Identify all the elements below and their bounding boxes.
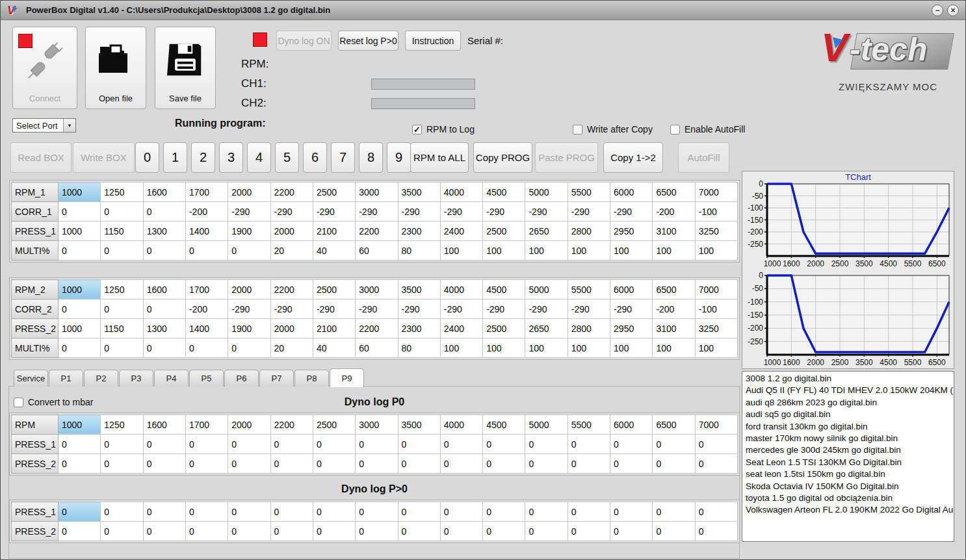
table-cell[interactable]: -290	[610, 299, 653, 319]
table-cell[interactable]: 0	[143, 502, 185, 522]
table-cell[interactable]: 0	[59, 435, 101, 454]
table-cell[interactable]: -290	[270, 299, 313, 319]
table-cell[interactable]: 0	[101, 454, 143, 474]
table-cell[interactable]: -200	[653, 299, 695, 319]
table-cell[interactable]: 2650	[525, 222, 568, 241]
table-cell[interactable]: 2300	[398, 222, 440, 241]
table-cell[interactable]: 2000	[270, 319, 313, 338]
file-list-item[interactable]: Skoda Octavia IV 150KM Go Digital.bin	[746, 481, 954, 492]
table-cell[interactable]: 1000	[59, 280, 101, 299]
digit-button-3[interactable]: 3	[219, 142, 243, 173]
file-list-item[interactable]: 3008 1.2 go digital.bin	[746, 373, 954, 385]
table-cell[interactable]: 2000	[270, 222, 313, 241]
table-cell[interactable]: 2400	[440, 319, 482, 338]
table-cell[interactable]: 6500	[653, 415, 695, 435]
table-cell[interactable]: 100	[653, 241, 695, 261]
table-cell[interactable]: -290	[313, 202, 355, 222]
rpm-to-all-button[interactable]: RPM to ALL	[410, 142, 469, 173]
table-cell[interactable]: 0	[483, 454, 525, 474]
table-cell[interactable]: 1250	[101, 183, 143, 202]
table-cell[interactable]: 0	[101, 202, 143, 222]
table-cell[interactable]: 4500	[483, 183, 525, 202]
table-cell[interactable]: 0	[440, 522, 482, 541]
digit-button-5[interactable]: 5	[275, 142, 299, 173]
table-cell[interactable]: 60	[356, 241, 398, 261]
table-cell[interactable]: 7000	[695, 415, 737, 435]
open-file-button[interactable]: Open file	[85, 27, 146, 109]
table-cell[interactable]: 0	[610, 454, 653, 474]
copy-prog-button[interactable]: Copy PROG	[473, 142, 532, 173]
table-cell[interactable]: 100	[568, 241, 610, 261]
table-cell[interactable]: 0	[270, 522, 313, 541]
save-file-button[interactable]: Save file	[155, 27, 216, 109]
file-list-item[interactable]: audi sq5 go digital.bin	[746, 409, 954, 420]
table-cell[interactable]: 0	[356, 522, 398, 541]
table-cell[interactable]: 2800	[568, 222, 610, 241]
table-cell[interactable]: 0	[653, 435, 695, 454]
table-cell[interactable]: 3250	[695, 319, 737, 338]
digit-button-2[interactable]: 2	[191, 142, 215, 173]
table-cell[interactable]: 2000	[228, 280, 270, 299]
table-cell[interactable]: 20	[270, 241, 313, 261]
table-cell[interactable]: 0	[653, 502, 695, 522]
table-cell[interactable]: 100	[610, 241, 653, 261]
table-cell[interactable]: -290	[440, 299, 482, 319]
table-cell[interactable]: 2000	[228, 183, 270, 202]
table-cell[interactable]: 100	[483, 241, 525, 261]
table-cell[interactable]: 2400	[440, 222, 482, 241]
table-cell[interactable]: 40	[313, 241, 355, 261]
table-cell[interactable]: 100	[440, 338, 482, 358]
table-cell[interactable]: 100	[695, 241, 737, 261]
table-cell[interactable]: 0	[568, 435, 610, 454]
table-cell[interactable]: 1300	[143, 222, 185, 241]
digit-button-9[interactable]: 9	[387, 142, 411, 173]
table-cell[interactable]: 3500	[398, 280, 440, 299]
table-cell[interactable]: 1700	[185, 280, 228, 299]
table-cell[interactable]: 0	[143, 435, 185, 454]
digit-button-4[interactable]: 4	[247, 142, 271, 173]
table-cell[interactable]: 0	[568, 502, 610, 522]
table-cell[interactable]: 1000	[59, 319, 101, 338]
table-cell[interactable]: 0	[270, 502, 313, 522]
digit-button-7[interactable]: 7	[331, 142, 355, 173]
table-cell[interactable]: 0	[101, 502, 143, 522]
table-cell[interactable]: 20	[270, 338, 313, 358]
table-cell[interactable]: 0	[185, 241, 228, 261]
table-cell[interactable]: 1300	[143, 319, 185, 338]
table-cell[interactable]: 4500	[483, 415, 525, 435]
table-cell[interactable]: 0	[59, 338, 101, 358]
table-cell[interactable]: 6500	[653, 280, 695, 299]
table-cell[interactable]: 0	[185, 435, 228, 454]
table-cell[interactable]: 0	[440, 435, 482, 454]
table-cell[interactable]: 0	[483, 502, 525, 522]
table-cell[interactable]: 1600	[143, 280, 185, 299]
table-cell[interactable]: 2200	[270, 415, 313, 435]
table-cell[interactable]: -290	[228, 299, 270, 319]
table-cell[interactable]: 0	[653, 522, 695, 541]
table-cell[interactable]: 60	[356, 338, 398, 358]
table-cell[interactable]: 0	[483, 435, 525, 454]
table-cell[interactable]: 0	[610, 522, 653, 541]
table-cell[interactable]: -100	[695, 299, 737, 319]
rpm-to-log-checkbox[interactable]: ✓	[412, 125, 422, 134]
table-cell[interactable]: -290	[525, 202, 568, 222]
table-cell[interactable]: 0	[440, 502, 482, 522]
table-cell[interactable]: -290	[228, 202, 270, 222]
tab-p7[interactable]: P7	[259, 370, 294, 387]
table-cell[interactable]: 0	[143, 299, 185, 319]
table-cell[interactable]: -290	[610, 202, 653, 222]
table-cell[interactable]: 0	[398, 454, 440, 474]
table-cell[interactable]: 3000	[356, 415, 398, 435]
table-cell[interactable]: 0	[185, 338, 228, 358]
table-cell[interactable]: -290	[568, 202, 610, 222]
table-cell[interactable]: 1400	[185, 319, 228, 338]
table-cell[interactable]: 1150	[101, 222, 143, 241]
table-cell[interactable]: 0	[525, 502, 568, 522]
table-cell[interactable]: -290	[440, 202, 482, 222]
table-cell[interactable]: 0	[59, 522, 101, 541]
table-cell[interactable]: 0	[59, 502, 101, 522]
table-cell[interactable]: 3500	[398, 415, 440, 435]
table-cell[interactable]: -290	[356, 299, 398, 319]
table-cell[interactable]: 2200	[270, 280, 313, 299]
table-cell[interactable]: 0	[101, 299, 143, 319]
